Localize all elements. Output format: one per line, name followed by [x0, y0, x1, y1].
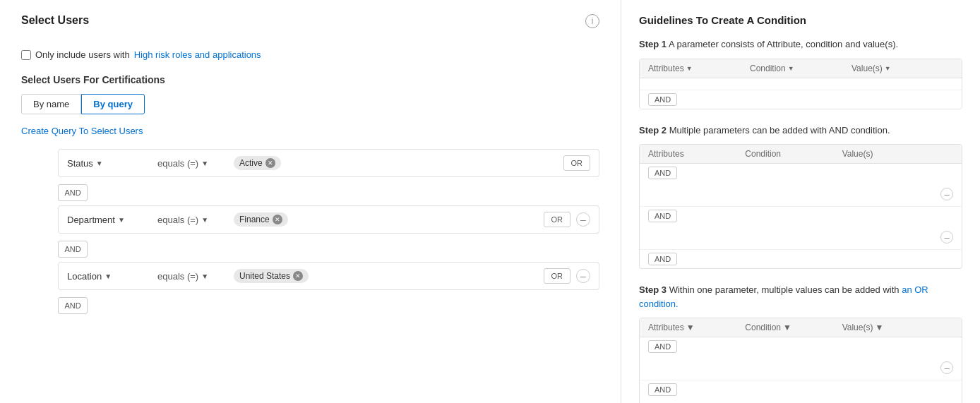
step3-col-attrs: Attributes ▼: [648, 323, 739, 332]
step2-and-3: AND: [640, 250, 962, 268]
step2-and-1: AND: [640, 164, 962, 182]
attr-status-chevron: ▼: [96, 160, 103, 167]
step3-cond-chevron: ▼: [783, 323, 791, 332]
step1-attrs-chevron: ▼: [686, 65, 693, 72]
or-btn-1[interactable]: OR: [563, 155, 591, 171]
tab-by-name[interactable]: By name: [21, 94, 81, 114]
step2-col-cond: Condition: [745, 149, 836, 159]
and-btn-1[interactable]: AND: [58, 184, 88, 201]
remove-location-btn[interactable]: –: [576, 269, 590, 283]
step2-block: Step 2 Multiple parameters can be added …: [639, 124, 962, 270]
step3-header: Attributes ▼ Condition ▼ Value(s) ▼: [640, 318, 962, 337]
attr-location-chevron: ▼: [104, 272, 112, 280]
or-btn-2[interactable]: OR: [544, 212, 571, 227]
attr-location[interactable]: Location ▼: [67, 271, 152, 282]
tab-row: By name By query: [21, 94, 599, 114]
step2-minus-2[interactable]: –: [940, 231, 953, 243]
tag-finance: Finance ✕: [234, 212, 288, 227]
step2-header: Attributes Condition Value(s): [640, 145, 962, 164]
condition-dept[interactable]: equals (=) ▼: [157, 215, 228, 225]
step1-cond-chevron: ▼: [788, 65, 794, 72]
step3-row-1: –: [640, 356, 962, 380]
step2-and-2: AND: [640, 207, 962, 225]
step1-col-attrs: Attributes ▼: [648, 64, 750, 73]
step2-table: Attributes Condition Value(s) AND – AND: [639, 144, 962, 269]
tag-us: United States ✕: [234, 269, 309, 283]
left-panel: Select Users i Only include users with H…: [0, 0, 621, 403]
tab-by-query[interactable]: By query: [81, 94, 145, 114]
step1-label: Step 1 A parameter consists of Attribute…: [639, 37, 962, 52]
condition-location[interactable]: equals (=) ▼: [157, 271, 228, 282]
step3-col-cond: Condition ▼: [745, 323, 836, 332]
attr-department[interactable]: Department ▼: [67, 215, 152, 225]
step1-header: Attributes ▼ Condition ▼ Value(s) ▼: [640, 59, 962, 78]
high-risk-link[interactable]: High risk roles and applications: [134, 49, 261, 60]
and-btn-3[interactable]: AND: [58, 297, 88, 314]
step3-vals-chevron: ▼: [875, 323, 883, 332]
query-row-wrapper-2: Department ▼ equals (=) ▼ Finance ✕ OR –: [21, 205, 599, 234]
condition-status[interactable]: equals (=) ▼: [157, 158, 228, 169]
and-btn-2[interactable]: AND: [58, 241, 88, 258]
info-icon[interactable]: i: [585, 14, 599, 28]
right-title: Guidelines To Create A Condition: [639, 14, 962, 26]
step2-col-vals: Value(s): [842, 149, 933, 159]
step3-attrs-chevron: ▼: [686, 323, 695, 332]
condition-status-chevron: ▼: [201, 160, 208, 167]
remove-dept-btn[interactable]: –: [576, 212, 590, 227]
query-row-3: Location ▼ equals (=) ▼ United States ✕ …: [58, 262, 599, 290]
query-row-wrapper-1: Status ▼ equals (=) ▼ Active ✕ OR: [21, 149, 599, 177]
step2-col-attrs: Attributes: [648, 149, 739, 159]
and-row-2: AND: [58, 241, 599, 258]
step1-vals-chevron: ▼: [885, 65, 891, 72]
attr-status[interactable]: Status ▼: [67, 158, 152, 169]
step1-row: [640, 78, 962, 90]
condition-location-chevron: ▼: [201, 272, 208, 280]
step2-label: Step 2 Multiple parameters can be added …: [639, 124, 962, 138]
step3-and-2: AND: [640, 380, 962, 399]
tag-us-close[interactable]: ✕: [293, 271, 303, 281]
condition-dept-chevron: ▼: [201, 216, 208, 224]
tag-area-status: Active ✕: [234, 156, 558, 170]
step3-table: Attributes ▼ Condition ▼ Value(s) ▼ AND: [639, 318, 962, 403]
step1-col-vals: Value(s) ▼: [851, 64, 953, 73]
step1-table: Attributes ▼ Condition ▼ Value(s) ▼ AND: [639, 59, 962, 109]
query-row-wrapper-3: Location ▼ equals (=) ▼ United States ✕ …: [21, 262, 599, 290]
or-btn-3[interactable]: OR: [544, 268, 571, 284]
right-panel: Guidelines To Create A Condition Step 1 …: [621, 0, 980, 403]
step3-minus-1[interactable]: –: [940, 361, 953, 374]
tag-area-location: United States ✕: [234, 269, 538, 283]
attr-dept-chevron: ▼: [118, 216, 125, 224]
step2-minus-1[interactable]: –: [940, 188, 953, 200]
step2-row-2: –: [640, 225, 962, 250]
step1-and: AND: [640, 90, 962, 109]
step1-and-badge[interactable]: AND: [648, 93, 677, 106]
step3-row-2: OR –: [640, 399, 962, 403]
step3-and-1: AND: [640, 337, 962, 356]
step1-col-cond: Condition ▼: [750, 64, 851, 73]
step3-block: Step 3 Within one parameter, multiple va…: [639, 283, 962, 403]
step1-block: Step 1 A parameter consists of Attribute…: [639, 37, 962, 109]
step3-label: Step 3 Within one parameter, multiple va…: [639, 283, 962, 311]
tag-active: Active ✕: [234, 156, 281, 170]
and-row-3: AND: [58, 297, 599, 314]
tag-finance-close[interactable]: ✕: [273, 215, 282, 224]
page-title: Select Users: [21, 14, 89, 27]
checkbox-row: Only include users with High risk roles …: [21, 49, 599, 60]
checkbox-label: Only include users with: [35, 49, 130, 60]
and-row-1: AND: [58, 184, 599, 201]
step3-col-vals: Value(s) ▼: [842, 323, 933, 332]
high-risk-checkbox[interactable]: [21, 50, 31, 60]
query-row-2: Department ▼ equals (=) ▼ Finance ✕ OR –: [58, 205, 599, 234]
create-query-link[interactable]: Create Query To Select Users: [21, 126, 599, 136]
tag-active-close[interactable]: ✕: [265, 158, 275, 168]
step2-row-1: –: [640, 182, 962, 207]
query-rows: Status ▼ equals (=) ▼ Active ✕ OR AND: [21, 149, 599, 318]
query-row-1: Status ▼ equals (=) ▼ Active ✕ OR: [58, 149, 599, 177]
section-title: Select Users For Certifications: [21, 74, 599, 85]
tag-area-dept: Finance ✕: [234, 212, 538, 227]
